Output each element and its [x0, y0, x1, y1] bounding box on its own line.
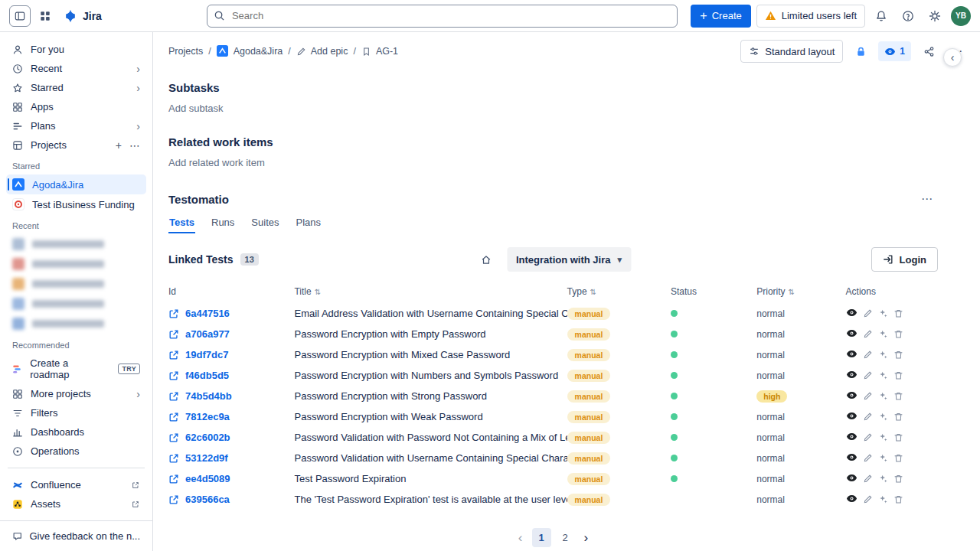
test-id-link[interactable]: 6a447516: [168, 308, 294, 319]
sidebar-item-starred[interactable]: Starred ›: [6, 78, 146, 97]
delete-icon[interactable]: [893, 453, 903, 463]
search-input[interactable]: [207, 5, 678, 28]
help-button[interactable]: [897, 5, 919, 27]
breadcrumb-project[interactable]: Agoda&Jira: [217, 45, 283, 57]
test-id-link[interactable]: 53122d9f: [168, 452, 294, 464]
sidebar-item-operations[interactable]: Operations: [6, 442, 146, 461]
generate-icon[interactable]: [878, 474, 888, 484]
edit-icon[interactable]: [863, 391, 873, 401]
delete-icon[interactable]: [893, 432, 903, 442]
add-related-work-item[interactable]: Add related work item: [168, 157, 938, 168]
edit-icon[interactable]: [863, 474, 873, 484]
edit-icon[interactable]: [863, 412, 873, 422]
edit-icon[interactable]: [863, 432, 873, 442]
sort-icon[interactable]: ⇅: [590, 288, 596, 296]
login-button[interactable]: Login: [871, 247, 938, 272]
pagination-next[interactable]: ›: [580, 531, 593, 544]
sidebar-project-test-ibusiness[interactable]: Test iBusiness Funding: [6, 194, 146, 214]
limited-users-button[interactable]: Limited users left: [756, 5, 865, 28]
redacted-project-item[interactable]: [6, 254, 146, 274]
edit-icon[interactable]: [863, 350, 873, 360]
redacted-project-item[interactable]: [6, 274, 146, 294]
delete-icon[interactable]: [893, 329, 903, 339]
sort-icon[interactable]: ⇅: [789, 288, 795, 296]
column-header-type[interactable]: Type⇅: [567, 281, 671, 303]
generate-icon[interactable]: [878, 329, 888, 339]
redacted-project-item[interactable]: [6, 234, 146, 254]
sidebar-item-assets[interactable]: Assets: [6, 494, 146, 514]
sidebar-item-for-you[interactable]: For you: [6, 40, 146, 59]
generate-icon[interactable]: [878, 308, 888, 318]
add-subtask[interactable]: Add subtask: [168, 103, 938, 114]
view-icon[interactable]: [846, 431, 858, 442]
column-header-title[interactable]: Title⇅: [294, 281, 567, 303]
sidebar-item-create-roadmap[interactable]: Create a roadmap TRY: [6, 354, 146, 384]
testomatio-more-button[interactable]: ⋯: [916, 191, 938, 207]
sidebar-item-recent[interactable]: Recent ›: [6, 59, 146, 78]
view-icon[interactable]: [846, 307, 858, 318]
test-id-link[interactable]: 74b5d4bb: [168, 390, 294, 402]
generate-icon[interactable]: [878, 432, 888, 442]
sort-icon[interactable]: ⇅: [315, 288, 321, 296]
sidebar-item-apps[interactable]: Apps: [6, 97, 146, 116]
delete-icon[interactable]: [893, 391, 903, 401]
pagination-prev[interactable]: ‹: [514, 531, 528, 544]
projects-more-icon[interactable]: ⋯: [129, 140, 140, 151]
settings-button[interactable]: [924, 5, 946, 27]
tab-plans[interactable]: Plans: [296, 217, 322, 233]
test-id-link[interactable]: 7812ec9a: [168, 411, 294, 422]
delete-icon[interactable]: [893, 412, 903, 422]
test-id-link[interactable]: 19df7dc7: [168, 349, 294, 360]
view-icon[interactable]: [846, 328, 858, 339]
share-button[interactable]: [918, 41, 939, 62]
create-button[interactable]: + Create: [691, 5, 750, 28]
view-icon[interactable]: [846, 493, 858, 504]
sidebar-item-dashboards[interactable]: Dashboards: [6, 422, 146, 442]
view-icon[interactable]: [846, 369, 858, 380]
standard-layout-button[interactable]: Standard layout: [740, 40, 843, 63]
delete-icon[interactable]: [893, 350, 903, 360]
watchers-button[interactable]: 1: [878, 41, 911, 61]
delete-icon[interactable]: [893, 494, 903, 504]
view-icon[interactable]: [846, 452, 858, 463]
generate-icon[interactable]: [878, 350, 888, 360]
add-project-icon[interactable]: +: [116, 140, 122, 151]
view-icon[interactable]: [846, 472, 858, 484]
sidebar-item-confluence[interactable]: Confluence: [6, 475, 146, 494]
test-id-link[interactable]: 62c6002b: [168, 432, 294, 443]
pagination-page-2[interactable]: 2: [556, 528, 575, 547]
notifications-button[interactable]: [871, 5, 892, 27]
sidebar-item-projects[interactable]: Projects + ⋯: [6, 135, 146, 155]
right-panel-collapse-button[interactable]: ‹: [943, 48, 962, 67]
delete-icon[interactable]: [893, 308, 903, 318]
sidebar-project-agoda-jira[interactable]: Agoda&Jira: [6, 174, 146, 194]
breadcrumb-issue[interactable]: AG-1: [361, 46, 398, 57]
redacted-project-item[interactable]: [6, 314, 146, 334]
pagination-page-1[interactable]: 1: [532, 528, 551, 547]
sidebar-item-filters[interactable]: Filters: [6, 403, 146, 422]
view-icon[interactable]: [846, 390, 858, 401]
edit-icon[interactable]: [863, 494, 873, 504]
edit-icon[interactable]: [863, 308, 873, 318]
generate-icon[interactable]: [878, 370, 888, 380]
test-id-link[interactable]: ee4d5089: [168, 473, 294, 484]
breadcrumb-projects[interactable]: Projects: [168, 46, 203, 57]
home-icon[interactable]: [475, 249, 497, 270]
edit-icon[interactable]: [863, 329, 873, 339]
generate-icon[interactable]: [878, 391, 888, 401]
view-icon[interactable]: [846, 410, 858, 422]
delete-icon[interactable]: [893, 370, 903, 380]
tab-tests[interactable]: Tests: [168, 217, 195, 233]
view-icon[interactable]: [846, 348, 858, 360]
tab-suites[interactable]: Suites: [250, 217, 279, 233]
integration-dropdown[interactable]: Integration with Jira ▾: [507, 247, 631, 272]
test-id-link[interactable]: 639566ca: [168, 494, 294, 505]
sidebar-item-more-projects[interactable]: More projects ›: [6, 384, 146, 403]
sidebar-toggle-button[interactable]: [9, 5, 31, 27]
lock-button[interactable]: [850, 41, 871, 62]
generate-icon[interactable]: [878, 494, 888, 504]
generate-icon[interactable]: [878, 412, 888, 422]
delete-icon[interactable]: [893, 474, 903, 484]
column-header-priority[interactable]: Priority⇅: [756, 281, 845, 303]
jira-logo[interactable]: Jira: [60, 8, 105, 24]
